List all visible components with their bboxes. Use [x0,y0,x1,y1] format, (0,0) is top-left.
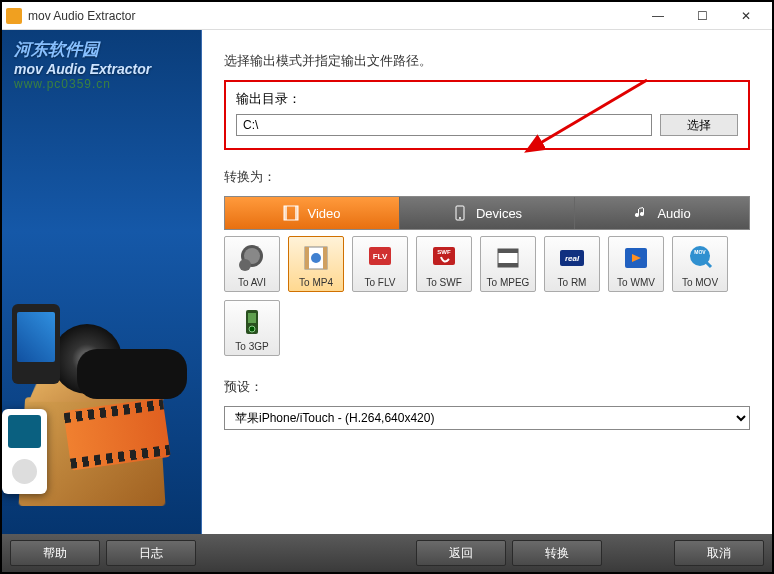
logo-watermark: 河东软件园 [14,38,189,61]
close-button[interactable]: ✕ [724,3,768,29]
format-label: To SWF [426,277,462,288]
convert-to-label: 转换为： [224,168,750,186]
svg-point-27 [249,326,255,332]
swf-icon: SWF [427,243,461,273]
svg-text:MOV: MOV [694,249,706,255]
format-label: To FLV [365,277,396,288]
svg-rect-17 [498,249,518,253]
back-button[interactable]: 返回 [416,540,506,566]
browse-button[interactable]: 选择 [660,114,738,136]
svg-point-7 [239,259,251,271]
svg-text:SWF: SWF [437,249,451,255]
3gp-icon [235,307,269,337]
log-button[interactable]: 日志 [106,540,196,566]
format-mp4-button[interactable]: To MP4 [288,236,344,292]
music-icon [633,205,649,221]
format-label: To 3GP [235,341,268,352]
svg-point-11 [311,253,321,263]
format-label: To AVI [238,277,266,288]
bottom-toolbar: 帮助 日志 返回 转换 取消 [2,534,772,572]
format-3gp-button[interactable]: To 3GP [224,300,280,356]
output-directory-input[interactable] [236,114,652,136]
tab-devices[interactable]: Devices [400,197,575,229]
format-label: To MP4 [299,277,333,288]
film-icon [283,205,299,221]
format-avi-button[interactable]: To AVI [224,236,280,292]
flv-icon: FLV [363,243,397,273]
category-tabs: Video Devices Audio [224,196,750,230]
tab-devices-label: Devices [476,206,522,221]
sidebar-illustration [2,264,202,524]
preset-select[interactable]: 苹果iPhone/iTouch - (H.264,640x420) [224,406,750,430]
output-directory-section: 输出目录： 选择 [224,80,750,150]
tab-audio-label: Audio [657,206,690,221]
maximize-button[interactable]: ☐ [680,3,724,29]
format-label: To WMV [617,277,655,288]
app-icon [6,8,22,24]
logo-title: mov Audio Extractor [14,61,189,77]
format-mpeg-button[interactable]: To MPEG [480,236,536,292]
logo-site: www.pc0359.cn [14,77,189,91]
wmv-icon [619,243,653,273]
format-label: To MOV [682,277,718,288]
preset-label: 预设： [224,378,750,396]
output-directory-label: 输出目录： [236,90,738,108]
mp4-icon [299,243,333,273]
svg-rect-2 [295,206,298,220]
format-grid: To AVITo MP4FLVTo FLVSWFTo SWFTo MPEGrea… [224,236,750,356]
svg-rect-26 [248,313,256,323]
svg-rect-18 [498,263,518,267]
tab-video-label: Video [307,206,340,221]
sidebar: 河东软件园 mov Audio Extractor www.pc0359.cn [2,30,202,534]
avi-icon [235,243,269,273]
tab-audio[interactable]: Audio [575,197,749,229]
format-rm-button[interactable]: realTo RM [544,236,600,292]
content-panel: 选择输出模式并指定输出文件路径。 输出目录： 选择 转换为： Video Dev… [202,30,772,534]
svg-text:real: real [565,254,580,263]
help-button[interactable]: 帮助 [10,540,100,566]
format-flv-button[interactable]: FLVTo FLV [352,236,408,292]
svg-rect-9 [305,247,309,269]
svg-rect-10 [323,247,327,269]
svg-text:FLV: FLV [373,252,388,261]
instruction-text: 选择输出模式并指定输出文件路径。 [224,52,750,70]
format-label: To RM [558,277,587,288]
cancel-button[interactable]: 取消 [674,540,764,566]
format-label: To MPEG [487,277,530,288]
format-mov-button[interactable]: MOVTo MOV [672,236,728,292]
window-title: mov Audio Extractor [28,9,636,23]
device-icon [452,205,468,221]
minimize-button[interactable]: — [636,3,680,29]
format-swf-button[interactable]: SWFTo SWF [416,236,472,292]
format-wmv-button[interactable]: To WMV [608,236,664,292]
rm-icon: real [555,243,589,273]
svg-point-4 [459,217,461,219]
svg-rect-1 [284,206,287,220]
titlebar: mov Audio Extractor — ☐ ✕ [2,2,772,30]
mpeg-icon [491,243,525,273]
convert-button[interactable]: 转换 [512,540,602,566]
tab-video[interactable]: Video [225,197,400,229]
mov-icon: MOV [683,243,717,273]
